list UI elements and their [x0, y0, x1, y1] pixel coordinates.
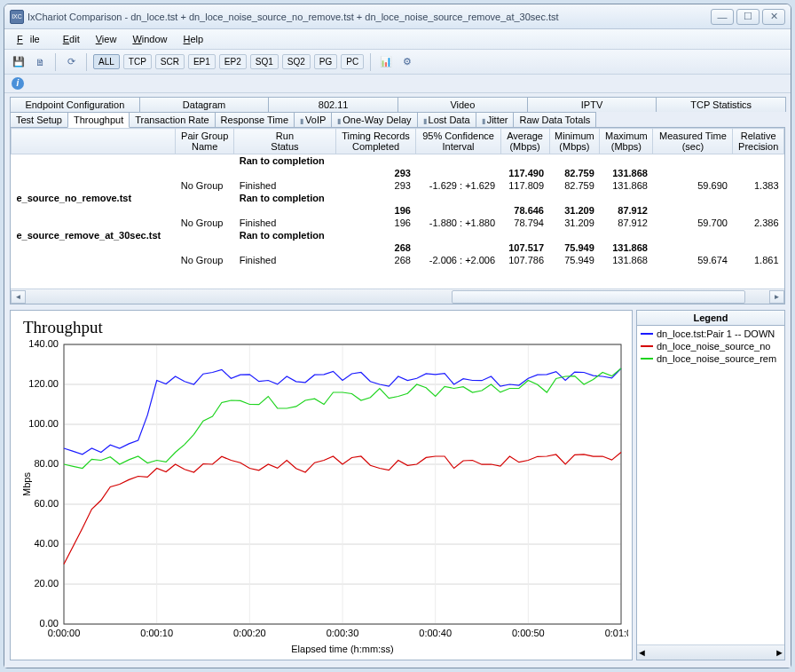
filter-tcp[interactable]: TCP: [123, 54, 152, 69]
filter-ep2[interactable]: EP2: [219, 54, 247, 69]
info-bar: i: [4, 75, 791, 93]
scroll-left-icon[interactable]: ◄: [11, 290, 26, 304]
menu-view[interactable]: View: [89, 31, 124, 47]
minimize-button[interactable]: —: [711, 9, 734, 25]
svg-text:80.00: 80.00: [34, 458, 59, 469]
toolbar: 💾 🗎 ⟳ ALL TCP SCR EP1 EP2 SQ1 SQ2 PG PC …: [4, 50, 791, 75]
window-title: IxChariot Comparison - dn_loce.tst + dn_…: [28, 12, 711, 22]
tab-iptv[interactable]: IPTV: [527, 97, 657, 112]
legend-item[interactable]: dn_loce_noise_source_no: [641, 340, 781, 352]
svg-text:0:00:00: 0:00:00: [48, 628, 81, 638]
legend-panel: Legend dn_loce.tst:Pair 1 -- DOWNdn_loce…: [636, 310, 785, 660]
tab-endpoint-configuration[interactable]: Endpoint Configuration: [10, 97, 140, 112]
legend-item[interactable]: dn_loce.tst:Pair 1 -- DOWN: [641, 328, 781, 340]
scroll-thumb[interactable]: [452, 290, 745, 304]
scroll-left-icon[interactable]: ◄: [637, 647, 647, 658]
legend-title: Legend: [637, 311, 784, 326]
column-header[interactable]: RelativePrecision: [733, 129, 784, 154]
table-row[interactable]: 19678.64631.20987.912: [12, 204, 784, 217]
tab-jitter[interactable]: Jitter: [476, 112, 515, 128]
table-row[interactable]: e_source_remove_at_30sec.tstRan to compl…: [12, 229, 784, 241]
filter-sq2[interactable]: SQ2: [282, 54, 311, 69]
svg-text:120.00: 120.00: [28, 378, 59, 389]
menubar: File Edit View Window Help: [4, 29, 791, 50]
throughput-chart: 0.0020.0040.0060.0080.00100.00120.00140.…: [18, 339, 628, 656]
tab-802-11[interactable]: 802.11: [268, 97, 398, 112]
data-table: Pair GroupNameRunStatusTiming RecordsCom…: [10, 127, 785, 304]
table-hscrollbar[interactable]: ◄ ►: [11, 289, 784, 304]
legend-hscrollbar[interactable]: ◄ ►: [637, 644, 784, 660]
tab-voip[interactable]: VoIP: [294, 112, 332, 128]
filter-pc[interactable]: PC: [341, 54, 364, 69]
tab-transaction-rate[interactable]: Transaction Rate: [129, 112, 215, 128]
filter-all[interactable]: ALL: [93, 54, 120, 69]
svg-text:100.00: 100.00: [28, 418, 59, 429]
app-icon: IXC: [10, 10, 24, 24]
table-row[interactable]: No GroupFinished196-1.880 : +1.88078.794…: [12, 217, 784, 229]
menu-file[interactable]: File: [10, 31, 54, 47]
column-header[interactable]: Timing RecordsCompleted: [335, 129, 416, 154]
save-icon[interactable]: 💾: [10, 53, 28, 71]
filter-sq1[interactable]: SQ1: [250, 54, 279, 69]
column-header[interactable]: Maximum(Mbps): [600, 129, 653, 154]
table-row[interactable]: No GroupFinished268-2.006 : +2.006107.78…: [12, 254, 784, 266]
svg-text:60.00: 60.00: [34, 498, 59, 509]
svg-text:0:01:00: 0:01:00: [605, 628, 628, 638]
svg-text:20.00: 20.00: [34, 578, 59, 589]
column-header[interactable]: Pair GroupName: [176, 129, 234, 154]
scroll-right-icon[interactable]: ►: [775, 647, 784, 658]
table-row[interactable]: 293117.49082.759131.868: [12, 167, 784, 179]
column-header[interactable]: Measured Time(sec): [653, 129, 733, 154]
table-row[interactable]: Ran to completion: [12, 154, 784, 168]
upper-tabs: Endpoint ConfigurationDatagram802.11Vide…: [10, 97, 785, 112]
column-header[interactable]: [12, 129, 176, 154]
svg-text:0:00:20: 0:00:20: [233, 628, 266, 638]
chart-title: Throughput: [23, 318, 628, 337]
tab-tcp-statistics[interactable]: TCP Statistics: [656, 97, 786, 112]
tab-test-setup[interactable]: Test Setup: [10, 112, 68, 128]
filter-scr[interactable]: SCR: [155, 54, 185, 69]
column-header[interactable]: Average(Mbps): [500, 129, 549, 154]
scroll-right-icon[interactable]: ►: [769, 290, 784, 304]
close-button[interactable]: ✕: [762, 9, 785, 25]
filter-ep1[interactable]: EP1: [188, 54, 216, 69]
menu-edit[interactable]: Edit: [56, 31, 87, 47]
svg-text:Elapsed time (h:mm:ss): Elapsed time (h:mm:ss): [291, 644, 394, 654]
column-header[interactable]: RunStatus: [234, 129, 335, 154]
export-icon[interactable]: 🗎: [31, 53, 49, 71]
tab-video[interactable]: Video: [398, 97, 528, 112]
table-row[interactable]: No GroupFinished293-1.629 : +1.629117.80…: [12, 179, 784, 192]
svg-text:0:00:40: 0:00:40: [419, 628, 452, 638]
tab-response-time[interactable]: Response Time: [215, 112, 295, 128]
filter-pg[interactable]: PG: [314, 54, 337, 69]
app-window: IXC IxChariot Comparison - dn_loce.tst +…: [4, 4, 791, 668]
titlebar[interactable]: IXC IxChariot Comparison - dn_loce.tst +…: [4, 4, 791, 29]
table-row[interactable]: 268107.51775.949131.868: [12, 241, 784, 254]
svg-text:0:00:30: 0:00:30: [327, 628, 359, 638]
settings-icon[interactable]: ⚙: [398, 53, 416, 71]
legend-item[interactable]: dn_loce_noise_source_rem: [641, 352, 781, 365]
lower-tabs: Test SetupThroughputTransaction RateResp…: [10, 112, 785, 128]
column-header[interactable]: Minimum(Mbps): [549, 129, 600, 154]
svg-text:140.00: 140.00: [28, 339, 59, 349]
table-row[interactable]: e_source_no_remove.tstRan to completion: [12, 192, 784, 204]
tab-throughput[interactable]: Throughput: [67, 112, 130, 128]
svg-text:40.00: 40.00: [34, 538, 59, 549]
refresh-icon[interactable]: ⟳: [62, 53, 80, 71]
menu-help[interactable]: Help: [177, 31, 211, 47]
info-icon: i: [12, 77, 24, 90]
tab-raw-data-totals[interactable]: Raw Data Totals: [513, 112, 596, 128]
menu-window[interactable]: Window: [125, 31, 174, 47]
svg-text:0:00:10: 0:00:10: [140, 628, 173, 638]
maximize-button[interactable]: ☐: [736, 9, 760, 25]
svg-text:Mbps: Mbps: [21, 472, 32, 496]
svg-text:0:00:50: 0:00:50: [512, 628, 545, 638]
tab-datagram[interactable]: Datagram: [139, 97, 270, 112]
tab-lost-data[interactable]: Lost Data: [417, 112, 476, 128]
chart-panel: Throughput 0.0020.0040.0060.0080.00100.0…: [10, 310, 633, 660]
chart-icon[interactable]: 📊: [377, 53, 395, 71]
tab-one-way-delay[interactable]: One-Way Delay: [331, 112, 417, 128]
column-header[interactable]: 95% ConfidenceInterval: [416, 129, 500, 154]
